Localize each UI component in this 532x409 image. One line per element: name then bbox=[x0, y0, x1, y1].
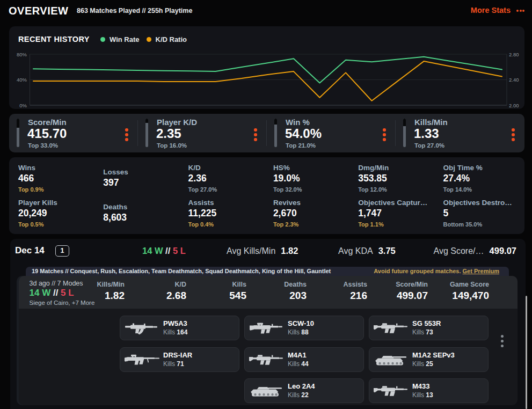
grid-stat-obj-time-: Obj Time %27.4%Top 14.0% bbox=[443, 164, 524, 193]
match-col-label: Assists bbox=[303, 281, 367, 288]
grid-stat-label: Wins bbox=[18, 164, 99, 172]
session-avg-2: Avg Score/…499.07 bbox=[434, 246, 516, 256]
match-group-bar[interactable]: 19 Matches // Conquest, Rush, Escalation… bbox=[26, 267, 509, 276]
weapon-kills: Kills 164 bbox=[163, 328, 187, 336]
session-count-badge[interactable]: 1 bbox=[55, 245, 69, 257]
grid-stat-label: Revives bbox=[273, 199, 354, 207]
match-col-kills: Kills545 bbox=[182, 276, 246, 302]
grid-stat-value: 20,249 bbox=[18, 208, 99, 219]
stat-card-percentile: Top 21.0% bbox=[286, 142, 316, 149]
stat-card-options-icon[interactable] bbox=[383, 128, 386, 143]
weapon-tile-scw-10: SCW-10Kills 88 bbox=[244, 316, 364, 340]
match-col-value: 1.82 bbox=[60, 290, 125, 302]
match-col-score-min: Score/Min499.07 bbox=[363, 276, 428, 302]
match-col-label: Deaths bbox=[242, 281, 307, 288]
grid-stat-player-kills: Player Kills20,249Top 0.5% bbox=[18, 199, 99, 228]
more-stats-link[interactable]: More Stats bbox=[471, 6, 511, 14]
grid-stat-label: Deaths bbox=[103, 203, 184, 211]
match-wl-separator: // bbox=[53, 288, 61, 298]
grid-stat-revives: Revives2,670Top 2.3% bbox=[273, 199, 354, 228]
weapons-options-icon[interactable] bbox=[501, 335, 504, 349]
carbine-icon bbox=[248, 352, 286, 368]
grid-stat-percentile: Top 1.1% bbox=[358, 221, 439, 228]
weapon-kills: Kills 13 bbox=[412, 391, 433, 399]
stat-card-score-min: Score/Min415.70Top 33.0% bbox=[9, 114, 138, 152]
get-premium-link[interactable]: Get Premium bbox=[463, 268, 499, 274]
grid-stat-value: 19.0% bbox=[273, 173, 354, 184]
match-col-value: 203 bbox=[242, 290, 307, 302]
stat-card-options-icon[interactable] bbox=[254, 128, 257, 143]
session-wins: 14 W bbox=[142, 246, 163, 255]
grid-stat-value: 1,747 bbox=[358, 208, 439, 219]
grid-stat-percentile: Top 27.0% bbox=[188, 186, 269, 193]
y-axis-right-tick: 2.00 bbox=[509, 103, 530, 108]
stat-summary-row: Score/Min415.70Top 33.0%Player K/D2.35To… bbox=[9, 114, 524, 152]
grid-stat-percentile: Top 14.0% bbox=[443, 186, 524, 193]
match-col-assists: Assists216 bbox=[303, 276, 367, 302]
match-col-value: 499.07 bbox=[363, 290, 428, 302]
weapon-kills: Kills 25 bbox=[412, 360, 433, 368]
scrollbar-thumb[interactable] bbox=[526, 296, 527, 409]
y-axis-right-tick: 2.80 bbox=[509, 52, 530, 57]
grid-stat-percentile: Top 0.9% bbox=[18, 186, 99, 193]
weapon-tile-m4a1: M4A1Kills 44 bbox=[244, 347, 364, 372]
grid-stat-k-d: K/D2.36Top 27.0% bbox=[188, 164, 269, 193]
recent-history-chart bbox=[9, 26, 524, 109]
grid-stat-objectives-destro-: Objectives Destro…5Bottom 35.0% bbox=[443, 199, 524, 228]
carbine-icon bbox=[373, 383, 410, 399]
stat-card-player-k-d: Player K/D2.35Top 16.0% bbox=[138, 114, 267, 152]
grid-stat-deaths: Deaths8,603 bbox=[103, 203, 184, 223]
grid-stat-wins: Wins466Top 0.9% bbox=[18, 164, 99, 193]
grid-stat-percentile: Top 0.4% bbox=[188, 221, 269, 228]
grid-stat-hs-: HS%19.0%Top 32.0% bbox=[273, 164, 354, 193]
percentile-bar bbox=[403, 119, 406, 147]
weapon-name: SCW-10 bbox=[288, 319, 314, 327]
stat-card-percentile: Top 27.0% bbox=[414, 142, 444, 149]
session-date: Dec 14 bbox=[15, 245, 45, 256]
match-card-header[interactable]: 3d ago // 7 Modes 14 W // 5 L Siege of C… bbox=[19, 276, 518, 309]
weapon-tile-m1a2-sepv3: M1A2 SEPv3Kills 25 bbox=[369, 347, 489, 372]
match-card: 3d ago // 7 Modes 14 W // 5 L Siege of C… bbox=[19, 276, 518, 406]
session-win-loss: 14 W // 5 L bbox=[142, 246, 186, 256]
session-avg-label: Avg Score/… bbox=[434, 246, 484, 255]
grid-stat-percentile: Top 12.0% bbox=[358, 186, 439, 193]
more-options-icon[interactable] bbox=[516, 10, 526, 12]
match-group-label: 19 Matches // Conquest, Rush, Escalation… bbox=[32, 268, 331, 274]
match-col-label: Game Score bbox=[425, 281, 489, 288]
stat-card-win-: Win %54.0%Top 21.0% bbox=[267, 114, 396, 152]
top-bar: OVERVIEW 863 Matches Played // 255h Play… bbox=[0, 0, 532, 26]
grid-stat-value: 397 bbox=[103, 177, 184, 188]
match-col-k-d: K/D2.68 bbox=[122, 276, 186, 302]
stat-card-options-icon[interactable] bbox=[512, 128, 515, 143]
grid-stat-value: 466 bbox=[18, 173, 99, 184]
grid-stat-label: Losses bbox=[103, 168, 184, 176]
grid-stat-percentile: Top 2.3% bbox=[273, 221, 354, 228]
weapon-tile-drs-iar: DRS-IARKills 71 bbox=[120, 347, 239, 372]
grid-stat-value: 2.36 bbox=[188, 173, 269, 184]
rifle-long-icon bbox=[123, 352, 161, 368]
weapon-tile-m433: M433Kills 13 bbox=[369, 378, 489, 403]
stat-card-percentile: Top 33.0% bbox=[28, 142, 58, 149]
grid-stat-label: Obj Time % bbox=[443, 164, 524, 172]
match-col-label: Kills bbox=[182, 281, 246, 288]
y-axis-right-tick: 2.40 bbox=[509, 77, 530, 83]
recent-history-card: RECENT HISTORY Win RateK/D Ratio 80%40%0… bbox=[9, 26, 524, 109]
grid-stat-percentile: Bottom 35.0% bbox=[443, 221, 524, 228]
stats-grid-card: Wins466Top 0.9%Losses397K/D2.36Top 27.0%… bbox=[9, 157, 524, 234]
session-avg-label: Avg Kills/Min bbox=[227, 246, 275, 255]
grid-stat-label: Dmg/Min bbox=[358, 164, 439, 172]
session-avg-0: Avg Kills/Min1.82 bbox=[227, 246, 298, 256]
weapon-kills: Kills 88 bbox=[288, 328, 309, 336]
weapon-name: M1A2 SEPv3 bbox=[412, 351, 455, 359]
session-avg-1: Avg KDA3.75 bbox=[338, 246, 396, 256]
stat-card-label: Kills/Min bbox=[414, 118, 448, 127]
session-avg-value: 1.82 bbox=[281, 246, 298, 255]
grid-stat-losses: Losses397 bbox=[103, 168, 184, 188]
grid-stat-value: 353.85 bbox=[358, 173, 439, 184]
weapon-name: PW5A3 bbox=[163, 319, 187, 327]
match-col-value: 2.68 bbox=[122, 290, 186, 302]
match-col-deaths: Deaths203 bbox=[242, 276, 307, 302]
stat-card-options-icon[interactable] bbox=[125, 128, 128, 143]
stat-card-value: 415.70 bbox=[27, 126, 67, 141]
match-col-value: 545 bbox=[182, 290, 246, 302]
